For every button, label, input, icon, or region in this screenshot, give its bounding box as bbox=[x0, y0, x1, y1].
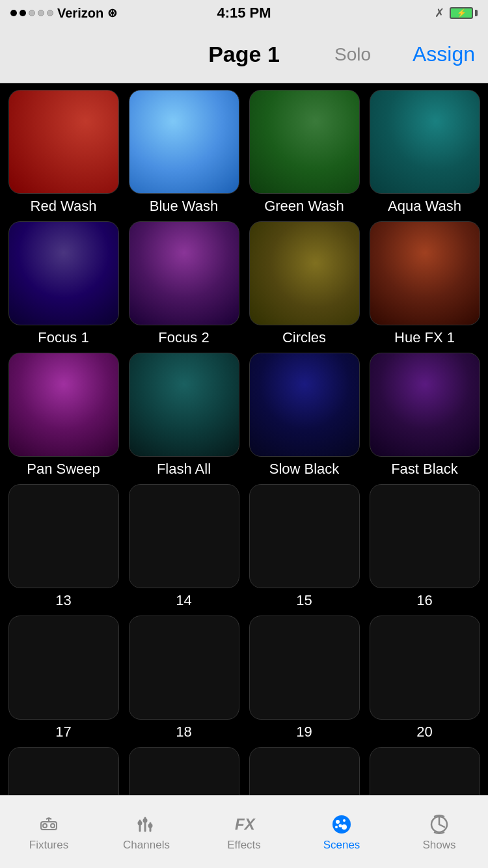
effects-label: Effects bbox=[227, 839, 261, 852]
pad-16[interactable] bbox=[370, 484, 480, 588]
pad-14[interactable] bbox=[129, 484, 239, 588]
pad-1[interactable] bbox=[8, 90, 119, 194]
pad-cell-13: 13 bbox=[7, 484, 120, 609]
tab-effects[interactable]: FX Effects bbox=[195, 813, 293, 852]
pad-cell-12: Fast Black bbox=[368, 353, 481, 478]
pad-9[interactable] bbox=[8, 353, 119, 457]
signal-dot-1 bbox=[10, 10, 17, 16]
pad-17[interactable] bbox=[8, 616, 119, 720]
pad-cell-11: Slow Black bbox=[247, 353, 361, 478]
pad-7[interactable] bbox=[249, 221, 360, 325]
pad-label-9: Pan Sweep bbox=[27, 461, 100, 478]
pad-label-7: Circles bbox=[282, 329, 326, 346]
pad-cell-3: Green Wash bbox=[247, 90, 361, 215]
solo-button[interactable]: Solo bbox=[334, 44, 371, 65]
pad-cell-10: Flash All bbox=[127, 353, 241, 478]
pad-15[interactable] bbox=[249, 484, 360, 588]
svg-text:FX: FX bbox=[235, 815, 256, 833]
pad-label-17: 17 bbox=[55, 724, 71, 740]
pad-label-13: 13 bbox=[55, 592, 71, 609]
pad-label-4: Aqua Wash bbox=[388, 198, 461, 215]
pad-cell-6: Focus 2 bbox=[127, 221, 241, 346]
pad-cell-5: Focus 1 bbox=[7, 221, 120, 346]
tab-fixtures[interactable]: Fixtures bbox=[0, 813, 98, 852]
pad-3[interactable] bbox=[249, 90, 360, 194]
carrier-label: Verizon bbox=[57, 6, 103, 21]
svg-point-17 bbox=[342, 824, 347, 830]
wifi-icon: ⊛ bbox=[107, 6, 117, 20]
signal-dot-4 bbox=[38, 10, 44, 16]
pad-label-14: 14 bbox=[176, 592, 191, 609]
status-left: Verizon ⊛ bbox=[10, 6, 117, 21]
pad-label-6: Focus 2 bbox=[158, 329, 209, 346]
pad-2[interactable] bbox=[129, 90, 239, 194]
battery-bolt-icon: ⚡ bbox=[457, 8, 467, 18]
pad-4[interactable] bbox=[370, 90, 480, 194]
pad-cell-14: 14 bbox=[127, 484, 241, 609]
svg-point-13 bbox=[332, 815, 351, 834]
status-bar: Verizon ⊛ 4:15 PM ✗ ⚡ bbox=[0, 0, 488, 26]
pad-19[interactable] bbox=[249, 616, 360, 720]
pad-label-15: 15 bbox=[296, 592, 312, 609]
scenes-label: Scenes bbox=[323, 839, 360, 852]
svg-point-10 bbox=[143, 818, 148, 822]
pad-label-18: 18 bbox=[176, 724, 191, 740]
pad-cell-4: Aqua Wash bbox=[368, 90, 481, 215]
pad-cell-8: Hue FX 1 bbox=[368, 221, 481, 346]
bluetooth-icon: ✗ bbox=[435, 6, 444, 20]
pad-cell-17: 17 bbox=[7, 616, 120, 740]
pad-cell-9: Pan Sweep bbox=[7, 353, 120, 478]
pad-label-20: 20 bbox=[416, 724, 432, 740]
pad-label-12: Fast Black bbox=[391, 461, 458, 478]
battery-indicator: ⚡ bbox=[450, 7, 478, 19]
pad-cell-1: Red Wash bbox=[7, 90, 120, 215]
pad-cell-15: 15 bbox=[247, 484, 361, 609]
svg-point-11 bbox=[148, 823, 153, 828]
signal-dots bbox=[10, 10, 53, 16]
pad-cell-19: 19 bbox=[247, 616, 361, 740]
status-time: 4:15 PM bbox=[217, 5, 271, 21]
pad-grid: Red WashBlue WashGreen WashAqua WashFocu… bbox=[7, 90, 481, 821]
battery-body: ⚡ bbox=[450, 7, 473, 19]
tab-bar: Fixtures Channels FX Effects Scenes bbox=[0, 795, 488, 868]
pad-20[interactable] bbox=[370, 616, 480, 720]
pad-label-2: Blue Wash bbox=[150, 198, 219, 215]
svg-point-16 bbox=[335, 826, 338, 828]
pad-13[interactable] bbox=[8, 484, 119, 588]
pad-6[interactable] bbox=[129, 221, 239, 325]
pad-cell-20: 20 bbox=[368, 616, 481, 740]
tab-channels[interactable]: Channels bbox=[98, 813, 195, 852]
pad-label-5: Focus 1 bbox=[38, 329, 88, 346]
battery-nub bbox=[475, 10, 478, 16]
fixtures-label: Fixtures bbox=[29, 839, 68, 852]
svg-point-9 bbox=[138, 821, 142, 825]
main-content: Red WashBlue WashGreen WashAqua WashFocu… bbox=[0, 83, 488, 821]
pad-11[interactable] bbox=[249, 353, 360, 457]
effects-icon: FX bbox=[232, 813, 256, 836]
fixtures-icon bbox=[37, 813, 61, 836]
pad-cell-2: Blue Wash bbox=[127, 90, 241, 215]
pad-label-1: Red Wash bbox=[31, 198, 97, 215]
pad-12[interactable] bbox=[370, 353, 480, 457]
assign-button[interactable]: Assign bbox=[413, 42, 475, 66]
nav-bar: Page 1 Solo Assign bbox=[0, 26, 488, 83]
signal-dot-5 bbox=[47, 10, 53, 16]
svg-point-1 bbox=[43, 824, 47, 828]
pad-label-3: Green Wash bbox=[264, 198, 344, 215]
pad-8[interactable] bbox=[370, 221, 480, 325]
status-right: ✗ ⚡ bbox=[435, 6, 478, 20]
pad-cell-18: 18 bbox=[127, 616, 241, 740]
pad-5[interactable] bbox=[8, 221, 119, 325]
shows-label: Shows bbox=[422, 839, 455, 852]
pad-10[interactable] bbox=[129, 353, 239, 457]
pad-label-19: 19 bbox=[296, 724, 312, 740]
tab-scenes[interactable]: Scenes bbox=[293, 813, 390, 852]
pad-18[interactable] bbox=[129, 616, 239, 720]
shows-icon bbox=[427, 813, 451, 836]
pad-cell-16: 16 bbox=[368, 484, 481, 609]
pad-label-8: Hue FX 1 bbox=[394, 329, 455, 346]
svg-point-18 bbox=[339, 824, 342, 827]
tab-shows[interactable]: Shows bbox=[390, 813, 488, 852]
pad-cell-7: Circles bbox=[247, 221, 361, 346]
svg-point-15 bbox=[343, 819, 346, 822]
